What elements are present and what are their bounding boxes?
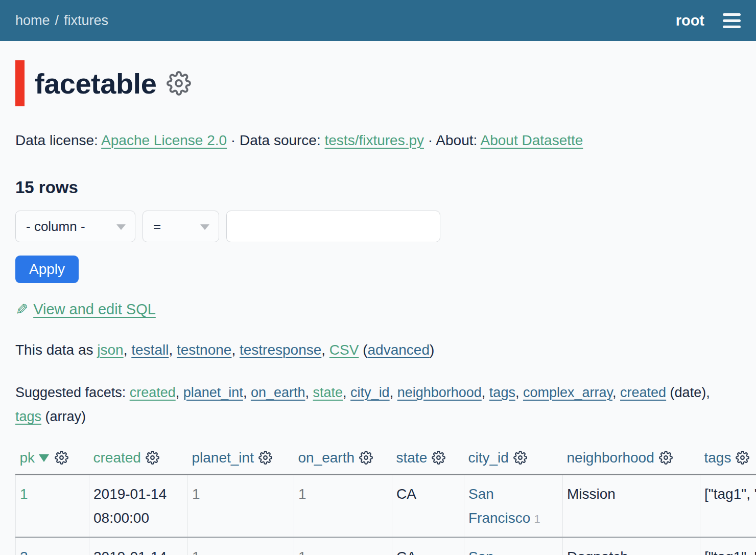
column-header-neighborhood: neighborhood bbox=[563, 446, 700, 475]
export-link-testnone[interactable]: testnone bbox=[177, 342, 231, 358]
facet-sep: , bbox=[343, 385, 347, 400]
cell-neighborhood: Mission bbox=[563, 474, 700, 537]
breadcrumb-separator: / bbox=[55, 13, 59, 29]
column-link-planet-int[interactable]: planet_int bbox=[192, 450, 254, 466]
table-row: 2 2019-01-14 08:00:00 1 1 CA San Francis… bbox=[16, 537, 756, 555]
column-link-on-earth[interactable]: on_earth bbox=[298, 450, 355, 466]
facet-link-state[interactable]: state bbox=[313, 385, 343, 400]
breadcrumb-fixtures-link[interactable]: fixtures bbox=[64, 13, 108, 29]
facet-link-neighborhood[interactable]: neighborhood bbox=[397, 385, 482, 400]
facet-link-complex-array[interactable]: complex_array bbox=[523, 385, 612, 400]
metadata-line: Data license: Apache License 2.0 · Data … bbox=[15, 130, 741, 151]
cell-planet-int: 1 bbox=[188, 537, 294, 555]
export-link-json[interactable]: json bbox=[97, 342, 123, 358]
city-link[interactable]: San Francisco bbox=[468, 486, 530, 526]
export-sep: , bbox=[231, 342, 235, 358]
column-gear-icon[interactable] bbox=[359, 451, 373, 465]
column-header-tags: tags bbox=[700, 446, 756, 475]
view-edit-sql-link[interactable]: View and edit SQL bbox=[33, 301, 156, 318]
table-row: 1 2019-01-14 08:00:00 1 1 CA San Francis… bbox=[16, 474, 756, 537]
apply-button[interactable]: Apply bbox=[15, 256, 79, 283]
column-select-value: - column - bbox=[26, 219, 85, 235]
license-label: Data license: bbox=[15, 132, 98, 148]
column-link-pk[interactable]: pk bbox=[20, 450, 35, 466]
operator-select[interactable]: = bbox=[143, 211, 219, 242]
row-pk-link[interactable]: 2 bbox=[20, 549, 28, 555]
facet-sep: , bbox=[390, 385, 394, 400]
top-nav: home / fixtures root bbox=[0, 0, 756, 41]
column-gear-icon[interactable] bbox=[258, 451, 272, 465]
city-link[interactable]: San Francisco bbox=[468, 549, 530, 555]
facet-sep: , bbox=[305, 385, 310, 400]
cell-tags: ["tag1", "tag2"] bbox=[700, 474, 756, 537]
metadata-separator: · bbox=[428, 132, 433, 148]
export-line: This data as json, testall, testnone, te… bbox=[15, 342, 741, 358]
page-title: facetable bbox=[35, 67, 156, 100]
cell-state: CA bbox=[392, 474, 464, 537]
table-header-row: pk created planet_int on_earth state bbox=[16, 446, 756, 475]
column-gear-icon[interactable] bbox=[55, 451, 68, 465]
column-header-created: created bbox=[89, 446, 188, 475]
facet-link-planet-int[interactable]: planet_int bbox=[183, 385, 243, 400]
export-sep: , bbox=[124, 342, 128, 358]
export-link-advanced[interactable]: advanced bbox=[368, 342, 430, 358]
export-link-testresponse[interactable]: testresponse bbox=[240, 342, 321, 358]
column-gear-icon[interactable] bbox=[432, 451, 445, 465]
facet-link-created[interactable]: created bbox=[130, 385, 176, 400]
facet-sep: (array) bbox=[41, 409, 86, 424]
row-count: 15 rows bbox=[15, 178, 741, 197]
metadata-separator: · bbox=[231, 132, 235, 148]
export-sep: ) bbox=[430, 342, 434, 358]
cell-state: CA bbox=[392, 537, 464, 555]
table-gear-icon[interactable] bbox=[167, 71, 191, 96]
page-content: facetable Data license: Apache License 2… bbox=[0, 60, 756, 555]
logged-in-user[interactable]: root bbox=[676, 12, 704, 29]
foreign-key-id: 1 bbox=[534, 513, 540, 525]
column-gear-icon[interactable] bbox=[513, 451, 527, 465]
license-link[interactable]: Apache License 2.0 bbox=[101, 132, 227, 148]
column-select[interactable]: - column - bbox=[15, 211, 135, 242]
cell-pk: 1 bbox=[16, 474, 89, 537]
filter-value-input[interactable] bbox=[226, 211, 440, 242]
about-label: About: bbox=[436, 132, 477, 148]
row-pk-link[interactable]: 1 bbox=[20, 486, 28, 502]
column-header-state: state bbox=[392, 446, 464, 475]
export-link-csv[interactable]: CSV bbox=[329, 342, 359, 358]
export-link-testall[interactable]: testall bbox=[131, 342, 169, 358]
column-link-neighborhood[interactable]: neighborhood bbox=[567, 450, 654, 466]
export-sep: , bbox=[321, 342, 325, 358]
facet-link-on-earth[interactable]: on_earth bbox=[251, 385, 305, 400]
pencil-icon: ✎ bbox=[15, 300, 28, 318]
column-link-tags[interactable]: tags bbox=[704, 450, 731, 466]
facet-link-tags-array[interactable]: tags bbox=[15, 409, 41, 424]
column-gear-icon[interactable] bbox=[659, 451, 673, 465]
hamburger-menu-icon[interactable] bbox=[723, 13, 741, 28]
facet-link-tags[interactable]: tags bbox=[489, 385, 515, 400]
cell-created: 2019-01-14 08:00:00 bbox=[89, 474, 188, 537]
cell-on-earth: 1 bbox=[294, 537, 392, 555]
column-link-state[interactable]: state bbox=[396, 450, 428, 466]
cell-planet-int: 1 bbox=[188, 474, 294, 537]
source-link[interactable]: tests/fixtures.py bbox=[325, 132, 424, 148]
column-link-created[interactable]: created bbox=[93, 450, 141, 466]
column-gear-icon[interactable] bbox=[146, 451, 159, 465]
facets-prefix: Suggested facets: bbox=[15, 385, 126, 400]
column-header-pk: pk bbox=[16, 446, 89, 475]
sort-desc-icon bbox=[39, 454, 49, 462]
facet-sep: , bbox=[176, 385, 180, 400]
about-link[interactable]: About Datasette bbox=[481, 132, 583, 148]
export-prefix: This data as bbox=[15, 342, 93, 358]
facet-link-city-id[interactable]: city_id bbox=[350, 385, 390, 400]
cell-created: 2019-01-14 08:00:00 bbox=[89, 537, 188, 555]
title-row: facetable bbox=[15, 60, 741, 106]
title-accent-bar bbox=[15, 60, 25, 106]
column-gear-icon[interactable] bbox=[736, 451, 749, 465]
facet-sep: , bbox=[515, 385, 519, 400]
breadcrumb-home-link[interactable]: home bbox=[15, 13, 50, 29]
export-sep: , bbox=[169, 342, 173, 358]
facet-link-created-date[interactable]: created bbox=[620, 385, 666, 400]
column-link-city-id[interactable]: city_id bbox=[468, 450, 509, 466]
sql-row: ✎ View and edit SQL bbox=[15, 300, 741, 318]
filter-row: - column - = bbox=[15, 211, 741, 242]
cell-city-id: San Francisco1 bbox=[464, 537, 563, 555]
